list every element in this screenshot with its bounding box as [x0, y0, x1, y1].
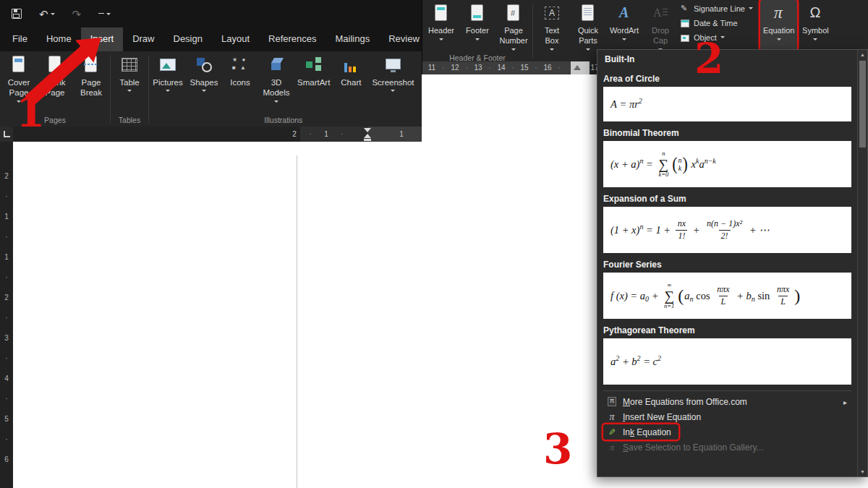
- screenshot-button[interactable]: Screenshot: [369, 51, 417, 115]
- equation-item-area-of-circle[interactable]: A = πr2: [603, 87, 851, 121]
- equation-section-label: Area of Circle: [603, 74, 851, 85]
- ruler-mark: ·: [5, 308, 7, 328]
- tab-selector-icon: [4, 131, 10, 137]
- right-indent-marker[interactable]: [574, 65, 581, 70]
- tab-mailings[interactable]: Mailings: [326, 27, 380, 51]
- equation-item-expansion-of-a-sum[interactable]: (1 + x)n = 1 + nx1! + n(n − 1)x²2! + ⋯: [603, 207, 851, 253]
- date-time-button[interactable]: Date & Time: [680, 17, 757, 29]
- ruler-mark: ·: [442, 61, 444, 74]
- window-right: HeaderFooterPageNumberHeader & FooterTex…: [422, 0, 868, 488]
- left-indent-marker[interactable]: [364, 139, 371, 141]
- pictures-button[interactable]: Pictures: [150, 51, 186, 115]
- table-button[interactable]: Table: [111, 51, 148, 115]
- chevron-down-icon: [127, 90, 132, 94]
- menu-separator: [603, 390, 851, 391]
- tab-layout[interactable]: Layout: [212, 27, 259, 51]
- page-break-button[interactable]: PageBreak: [73, 51, 109, 115]
- ruler-mark: 16: [543, 61, 551, 74]
- hanging-indent-marker[interactable]: [364, 134, 371, 138]
- tab-file[interactable]: File: [3, 27, 37, 51]
- chevron-down-icon: [166, 90, 170, 94]
- shapes-button[interactable]: Shapes: [186, 51, 222, 115]
- ruler-mark: 6: [4, 450, 9, 470]
- chevron-down-icon: [622, 38, 626, 43]
- ruler-mark: ·: [5, 187, 7, 207]
- chart-icon: [341, 55, 361, 74]
- ribbon-tabs: FileHomeInsertDrawDesignLayoutReferences…: [0, 27, 422, 51]
- ruler-mark: ·: [511, 61, 514, 74]
- tab-design[interactable]: Design: [164, 27, 212, 51]
- ruler-mark: 4: [4, 369, 9, 389]
- scroll-down-icon[interactable]: [858, 467, 867, 476]
- gallery-body: Area of CircleA = πr2Binomial Theorem(x …: [603, 67, 851, 474]
- gallery-header: Built-In: [597, 50, 867, 66]
- footer-button[interactable]: Footer: [459, 0, 495, 53]
- header-icon: [431, 4, 451, 23]
- customize-quick-access-button[interactable]: [98, 11, 111, 17]
- chevron-down-icon: [813, 38, 817, 43]
- tab-references[interactable]: References: [259, 27, 326, 51]
- ruler-mark: 1: [324, 127, 328, 142]
- signature-line-icon: [680, 4, 690, 14]
- text-box-button[interactable]: TextBox: [534, 0, 570, 53]
- symbol-icon: [805, 4, 825, 23]
- save-button[interactable]: [12, 9, 22, 19]
- text-box-icon: [542, 4, 562, 23]
- smartart-icon: [304, 55, 324, 74]
- ruler-mark: ·: [341, 127, 343, 142]
- tab-home[interactable]: Home: [37, 27, 81, 51]
- submenu-arrow-icon: [843, 397, 848, 407]
- drop-cap-button[interactable]: DropCap: [642, 0, 678, 53]
- 3d-models-button[interactable]: 3DModels: [258, 51, 294, 115]
- chevron-down-icon: [17, 100, 21, 105]
- document-canvas[interactable]: [13, 142, 422, 488]
- chart-button[interactable]: Chart: [333, 51, 369, 115]
- chevron-down-icon: [475, 38, 480, 43]
- wordart-button[interactable]: WordArt: [606, 0, 642, 53]
- pi-save-icon: [606, 442, 618, 453]
- tab-insert[interactable]: Insert: [81, 27, 124, 51]
- page-number-button[interactable]: PageNumber: [495, 0, 532, 53]
- equation-item-binomial-theorem[interactable]: (x + a)n = n∑k=0(nk) xkan−k: [603, 141, 851, 187]
- ink-pen-icon: [606, 427, 618, 437]
- icons-icon: [230, 55, 250, 74]
- tab-stop-selector[interactable]: [0, 127, 13, 142]
- smartart-button[interactable]: SmartArt: [294, 51, 333, 115]
- symbol-button[interactable]: Symbol: [797, 0, 833, 50]
- ruler-mark: 2: [4, 166, 9, 187]
- word-window: FileHomeInsertDrawDesignLayoutReferences…: [0, 0, 868, 488]
- header-button[interactable]: Header: [423, 0, 459, 53]
- equation-item-fourier-series[interactable]: f (x) = a0 + ∞∑n=1(an cos nπxL + bn sin …: [603, 273, 851, 319]
- redo-button[interactable]: [72, 9, 82, 20]
- ink-equation-menu-item[interactable]: Ink Equation: [603, 424, 678, 440]
- equation-section-label: Binomial Theorem: [603, 128, 851, 139]
- ruler-mark: 15: [520, 61, 528, 74]
- cover-page-button[interactable]: CoverPage: [1, 51, 37, 115]
- object-button[interactable]: Object: [680, 31, 757, 43]
- scrollbar-thumb[interactable]: [859, 61, 866, 147]
- undo-button[interactable]: [39, 9, 55, 20]
- equation-button[interactable]: Equation: [760, 0, 797, 50]
- quick-parts-button[interactable]: QuickParts: [570, 0, 606, 53]
- ruler-horizontal-left[interactable]: 2·1·1: [13, 127, 422, 142]
- scroll-up-icon[interactable]: [858, 50, 867, 59]
- chevron-down-icon: [777, 38, 781, 43]
- ruler-mark: ·: [5, 227, 7, 247]
- first-line-indent-marker[interactable]: [364, 128, 371, 132]
- chevron-down-icon: [106, 13, 111, 17]
- signature-line-button[interactable]: Signature Line: [680, 2, 757, 14]
- ruler-mark: 12: [451, 61, 459, 74]
- gallery-scrollbar[interactable]: [857, 50, 867, 476]
- tab-draw[interactable]: Draw: [123, 27, 163, 51]
- ruler-mark: 5: [4, 409, 9, 429]
- icons-button[interactable]: Icons: [222, 51, 258, 115]
- pictures-icon: [158, 55, 178, 74]
- save-selection-to-equation-gallery-menu-item: Save Selection to Equation Gallery...: [603, 440, 851, 455]
- equation-item-pythagorean-theorem[interactable]: a2 + b2 = c2: [603, 338, 851, 385]
- blank-page-button[interactable]: BlankPage: [37, 51, 73, 115]
- ruler-vertical[interactable]: 2·1·1·2·3·4·5·6: [0, 142, 13, 488]
- more-equations-from-office-com-menu-item[interactable]: More Equations from Office.com: [603, 394, 851, 409]
- ribbon-group-pages: CoverPageBlankPagePageBreakPages: [0, 51, 110, 127]
- insert-new-equation-menu-item[interactable]: Insert New Equation: [603, 409, 851, 424]
- ribbon-group-tables: TableTables: [111, 51, 148, 127]
